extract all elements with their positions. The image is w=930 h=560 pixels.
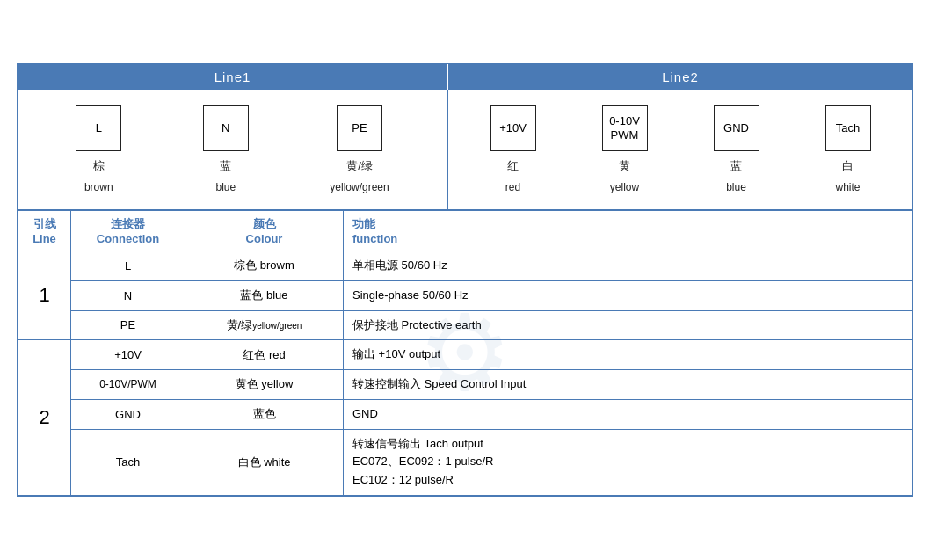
connector-en-L: brown (84, 181, 113, 193)
func-tach-line2: EC072、EC092：1 pulse/R (352, 453, 903, 471)
connector-cn-N: 蓝 (220, 158, 231, 174)
func-10V-cell: 输出 +10V output (344, 340, 912, 370)
header-func-cn: 功能 (352, 216, 375, 232)
color-Tach-cell: 白色 white (185, 429, 344, 495)
func-Tach-cell: 转速信号输出 Tach output EC072、EC092：1 pulse/R… (344, 429, 912, 495)
header-conn: 连接器 Connection (71, 210, 185, 251)
func-tach-line3: EC102：12 pulse/R (352, 471, 903, 490)
connector-en-10V: red (505, 181, 520, 193)
diagram-row: L 棕 brown N 蓝 blue PE 黄/绿 yellow/green (18, 90, 912, 210)
header-line-cn: 引线 (33, 216, 56, 232)
connector-id-N: N (222, 121, 229, 135)
connector-cn-GND: 蓝 (730, 158, 742, 174)
connector-N: N 蓝 blue (203, 105, 249, 193)
connector-PWM: 0-10V PWM 黄 yellow (602, 105, 648, 193)
connector-id-PWM-line2: PWM (611, 128, 639, 142)
connector-PE: PE 黄/绿 yellow/green (330, 105, 389, 193)
connector-cn-PWM: 黄 (619, 158, 630, 174)
connector-cn-10V: 红 (507, 158, 519, 174)
conn-L-cell: L (71, 251, 185, 280)
header-conn-cn: 连接器 (111, 216, 145, 232)
connector-cn-PE: 黄/绿 (346, 158, 373, 174)
func-tach-line1: 转速信号输出 Tach output (352, 435, 903, 454)
header-line: 引线 Line (18, 210, 71, 251)
func-GND-cell: GND (344, 399, 912, 429)
table-row: PE 黄/绿yellow/green 保护接地 Protective earth (18, 310, 912, 340)
connector-en-N: blue (215, 181, 236, 193)
conn-PWM-cell: 0-10V/PWM (71, 370, 185, 400)
connector-box-N: N (203, 105, 249, 151)
connector-Tach: Tach 白 white (825, 105, 871, 193)
connector-box-GND: GND (714, 105, 759, 151)
table-row: 1 L 棕色 browm 单相电源 50/60 Hz (18, 251, 912, 280)
line1-cell: 1 (18, 251, 71, 339)
table-row: GND 蓝色 GND (18, 399, 912, 429)
header-line2-label: Line2 (448, 64, 912, 90)
table-row: Tach 白色 white 转速信号输出 Tach output EC072、E… (18, 429, 912, 495)
color-N-cell: 蓝色 blue (185, 280, 344, 310)
main-container: Line1 Line2 L 棕 brown N 蓝 blue PE (17, 63, 913, 497)
connector-L: L 棕 brown (76, 105, 121, 193)
table-wrapper: ⚙ 引线 Line 连接器 Connection (18, 210, 912, 496)
connector-GND: GND 蓝 blue (714, 105, 759, 193)
conn-10V-cell: +10V (71, 340, 185, 370)
connector-box-Tach: Tach (825, 105, 871, 151)
header-conn-en: Connection (97, 232, 160, 245)
connector-box-PE: PE (337, 105, 382, 151)
table-row: 2 +10V 红色 red 输出 +10V output (18, 340, 912, 370)
connector-id-PWM-line1: 0-10V (609, 114, 640, 128)
color-L-cell: 棕色 browm (185, 251, 344, 280)
connector-cn-Tach: 白 (842, 158, 854, 174)
diagram-line1: L 棕 brown N 蓝 blue PE 黄/绿 yellow/green (18, 90, 448, 209)
connector-id-Tach: Tach (836, 121, 860, 135)
line2-cell: 2 (18, 340, 71, 496)
header-row: Line1 Line2 (18, 64, 912, 90)
table-header-row: 引线 Line 连接器 Connection 颜色 Colour (18, 210, 912, 251)
connector-box-L: L (76, 105, 121, 151)
connector-id-GND: GND (723, 121, 749, 135)
color-PE-en: yellow/green (252, 321, 302, 331)
table-row: 0-10V/PWM 黄色 yellow 转速控制输入 Speed Control… (18, 370, 912, 400)
conn-N-cell: N (71, 280, 185, 310)
connector-box-10V: +10V (490, 105, 536, 151)
conn-PE-cell: PE (71, 310, 185, 340)
func-N-cell: Single-phase 50/60 Hz (344, 280, 912, 310)
color-10V-cell: 红色 red (185, 340, 344, 370)
header-color-en: Colour (246, 232, 283, 245)
header-func-en: function (352, 232, 397, 245)
header-color: 颜色 Colour (185, 210, 344, 251)
color-GND-cell: 蓝色 (185, 399, 344, 429)
header-line-en: Line (33, 232, 56, 245)
header-line1-label: Line1 (18, 64, 448, 90)
connector-10V: +10V 红 red (490, 105, 536, 193)
connector-en-GND: blue (726, 181, 746, 193)
func-PE-cell: 保护接地 Protective earth (344, 310, 912, 340)
color-PWM-cell: 黄色 yellow (185, 370, 344, 400)
table-row: N 蓝色 blue Single-phase 50/60 Hz (18, 280, 912, 310)
connector-en-PWM: yellow (610, 181, 639, 193)
connector-en-Tach: white (835, 181, 860, 193)
diagram-line2: +10V 红 red 0-10V PWM 黄 yellow GND 蓝 blue (448, 90, 912, 209)
data-table: 引线 Line 连接器 Connection 颜色 Colour (18, 210, 912, 496)
conn-Tach-cell: Tach (71, 429, 185, 495)
connector-box-PWM: 0-10V PWM (602, 105, 648, 151)
connector-id-PE: PE (352, 121, 367, 135)
connector-id-L: L (96, 121, 102, 135)
header-func: 功能 function (344, 210, 912, 251)
color-PE-cell: 黄/绿yellow/green (185, 310, 344, 340)
color-PE-cn: 黄/绿 (227, 318, 253, 331)
connector-cn-L: 棕 (93, 158, 105, 174)
connector-en-PE: yellow/green (330, 181, 389, 193)
conn-GND-cell: GND (71, 399, 185, 429)
connector-id-10V: +10V (499, 121, 527, 135)
func-PWM-cell: 转速控制输入 Speed Control Input (344, 370, 912, 400)
func-L-cell: 单相电源 50/60 Hz (344, 251, 912, 280)
header-color-cn: 颜色 (253, 216, 276, 232)
